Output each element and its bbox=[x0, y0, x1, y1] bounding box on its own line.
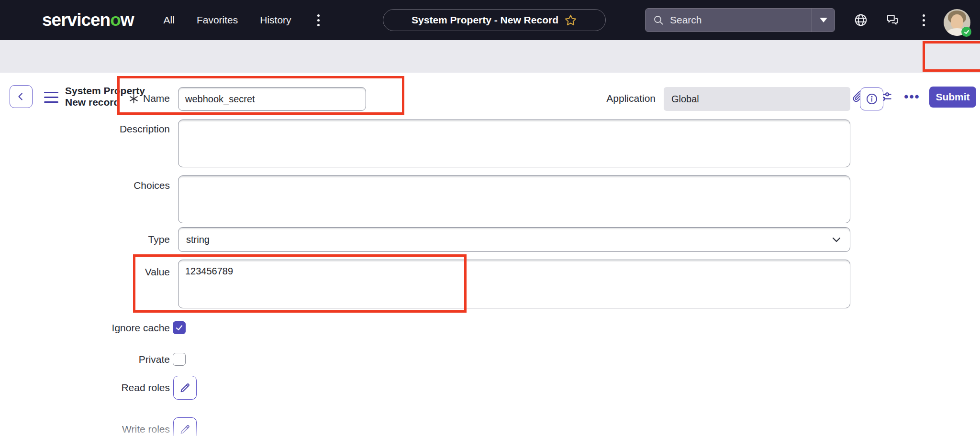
more-options-button[interactable]: ••• bbox=[902, 86, 923, 107]
choices-textarea[interactable] bbox=[178, 175, 850, 223]
chat-icon[interactable] bbox=[882, 0, 903, 40]
search-input[interactable] bbox=[664, 14, 812, 26]
nav-menu: All Favorites History bbox=[164, 12, 323, 28]
write-roles-edit-button[interactable] bbox=[173, 417, 197, 436]
status-online-icon bbox=[961, 27, 971, 37]
write-roles-label: Write roles bbox=[122, 424, 170, 435]
choices-label: Choices bbox=[134, 180, 170, 191]
type-label: Type bbox=[148, 234, 170, 245]
form-context-menu-icon[interactable] bbox=[44, 92, 58, 103]
type-selected-value: string bbox=[186, 234, 210, 245]
global-search bbox=[645, 8, 835, 32]
logo-green-o-icon: o bbox=[110, 10, 121, 30]
application-readonly-field: Global bbox=[664, 87, 850, 111]
pencil-icon bbox=[179, 424, 191, 435]
pencil-icon bbox=[179, 382, 191, 393]
ellipsis-icon: ••• bbox=[904, 89, 920, 104]
value-textarea[interactable]: 123456789 bbox=[178, 260, 850, 308]
nav-item-all[interactable]: All bbox=[164, 14, 175, 26]
nav-item-favorites[interactable]: Favorites bbox=[197, 14, 238, 26]
read-roles-edit-button[interactable] bbox=[173, 376, 197, 400]
description-label: Description bbox=[120, 123, 170, 135]
submit-button[interactable]: Submit bbox=[929, 87, 976, 108]
private-checkbox[interactable] bbox=[173, 353, 186, 366]
nav-overflow-icon[interactable] bbox=[313, 12, 323, 28]
servicenow-logo[interactable]: servicenow bbox=[42, 10, 134, 30]
favorite-star-icon[interactable] bbox=[564, 14, 577, 27]
record-pill-title: System Property - New Record bbox=[412, 14, 558, 26]
nav-more-icon[interactable] bbox=[913, 0, 934, 40]
application-label: Application bbox=[606, 93, 656, 104]
nav-item-history[interactable]: History bbox=[260, 14, 291, 26]
chevron-down-icon bbox=[831, 234, 842, 245]
servicenow-new-record-page: servicenow All Favorites History System … bbox=[0, 0, 980, 436]
required-asterisk-icon bbox=[129, 94, 139, 104]
type-select[interactable]: string bbox=[178, 227, 850, 252]
logo-text: servicen bbox=[42, 10, 110, 30]
ignore-cache-checkbox[interactable] bbox=[173, 321, 186, 334]
search-scope-dropdown[interactable] bbox=[812, 9, 835, 32]
checkmark-icon bbox=[175, 324, 183, 332]
value-label: Value bbox=[145, 266, 170, 278]
search-icon bbox=[653, 14, 664, 26]
ignore-cache-label: Ignore cache bbox=[112, 322, 170, 334]
caret-down-icon bbox=[820, 18, 827, 22]
avatar[interactable] bbox=[944, 9, 970, 36]
private-label: Private bbox=[139, 354, 170, 365]
name-input[interactable] bbox=[178, 87, 366, 111]
info-icon bbox=[866, 93, 878, 105]
top-nav-bar: servicenow All Favorites History System … bbox=[0, 0, 980, 40]
description-textarea[interactable] bbox=[178, 120, 850, 167]
open-record-pill[interactable]: System Property - New Record bbox=[383, 9, 606, 31]
chevron-left-icon bbox=[16, 91, 26, 102]
read-roles-label: Read roles bbox=[121, 382, 170, 393]
application-info-button[interactable] bbox=[860, 87, 883, 110]
name-label: Name bbox=[129, 93, 170, 104]
logo-text-end: w bbox=[121, 10, 134, 30]
record-header-bar: System Property New record ••• Submit bbox=[0, 40, 980, 73]
back-button[interactable] bbox=[10, 85, 33, 108]
globe-icon[interactable] bbox=[850, 0, 871, 40]
